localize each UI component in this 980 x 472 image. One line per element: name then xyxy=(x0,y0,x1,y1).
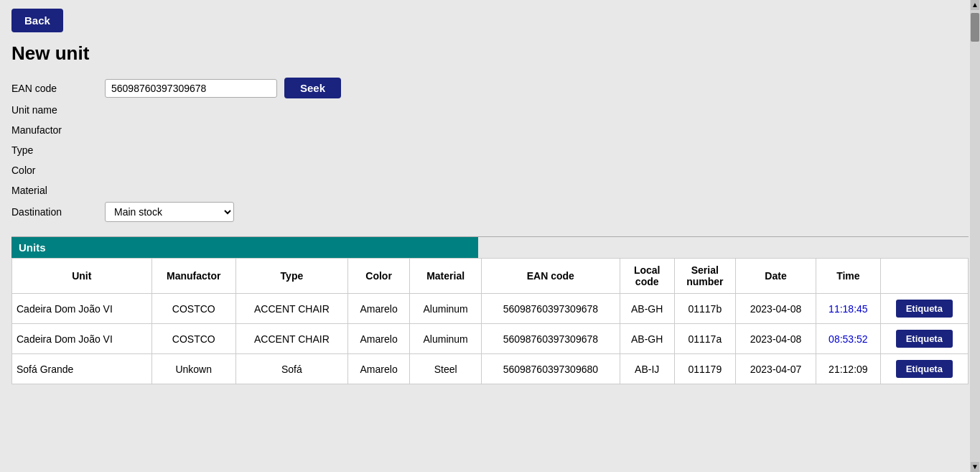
destination-select[interactable]: Main stockSecondary stockWarehouse xyxy=(105,202,234,222)
table-row: Sofá GrandeUnkownSofáAmareloSteel5609876… xyxy=(12,354,969,384)
cell-material: Aluminum xyxy=(410,324,482,354)
table-row: Cadeira Dom João VICOSTCOACCENT CHAIRAma… xyxy=(12,294,969,324)
unit-name-label: Unit name xyxy=(11,104,105,116)
type-row: Type xyxy=(11,142,969,159)
cell-type: ACCENT CHAIR xyxy=(235,324,347,354)
etiqueta-button[interactable]: Etiqueta xyxy=(896,360,953,378)
col-unit: Unit xyxy=(12,259,152,294)
manufactor-label: Manufactor xyxy=(11,124,105,136)
cell-etiqueta: Etiqueta xyxy=(880,324,968,354)
etiqueta-button[interactable]: Etiqueta xyxy=(896,330,953,348)
etiqueta-button[interactable]: Etiqueta xyxy=(896,300,953,318)
material-label: Material xyxy=(11,185,105,196)
col-local-code: Localcode xyxy=(620,259,674,294)
new-unit-form: EAN code Seek Unit name Manufactor Type … xyxy=(11,78,969,222)
type-label: Type xyxy=(11,144,105,156)
cell-unit: Cadeira Dom João VI xyxy=(12,294,152,324)
destination-label: Dastination xyxy=(11,206,105,218)
cell-time: 21:12:09 xyxy=(816,354,880,384)
unit-name-row: Unit name xyxy=(11,101,969,119)
cell-ean-code: 56098760397309678 xyxy=(482,294,620,324)
cell-unit: Cadeira Dom João VI xyxy=(12,324,152,354)
cell-manufactor: COSTCO xyxy=(151,294,235,324)
page-title: New unit xyxy=(11,42,969,65)
scrollbar-thumb[interactable] xyxy=(971,13,979,42)
color-row: Color xyxy=(11,162,969,179)
col-material: Material xyxy=(410,259,482,294)
cell-date: 2023-04-08 xyxy=(735,294,816,324)
material-row: Material xyxy=(11,182,969,199)
cell-time: 11:18:45 xyxy=(816,294,880,324)
cell-date: 2023-04-08 xyxy=(735,324,816,354)
ean-label: EAN code xyxy=(11,83,105,94)
manufactor-row: Manufactor xyxy=(11,121,969,139)
cell-color: Amarelo xyxy=(347,294,409,324)
ean-row: EAN code Seek xyxy=(11,78,969,98)
cell-serial-number: 01117a xyxy=(674,324,735,354)
cell-color: Amarelo xyxy=(347,324,409,354)
cell-time: 08:53:52 xyxy=(816,324,880,354)
col-color: Color xyxy=(347,259,409,294)
col-manufactor: Manufactor xyxy=(151,259,235,294)
cell-local-code: AB-GH xyxy=(620,294,674,324)
cell-etiqueta: Etiqueta xyxy=(880,294,968,324)
destination-row: Dastination Main stockSecondary stockWar… xyxy=(11,202,969,222)
units-table: Unit Manufactor Type Color Material EAN … xyxy=(11,258,969,384)
scrollbar[interactable]: ▲ ▼ xyxy=(970,0,980,472)
cell-local-code: AB-IJ xyxy=(620,354,674,384)
col-date: Date xyxy=(735,259,816,294)
cell-manufactor: COSTCO xyxy=(151,324,235,354)
back-button[interactable]: Back xyxy=(11,9,63,32)
cell-serial-number: 011179 xyxy=(674,354,735,384)
cell-material: Aluminum xyxy=(410,294,482,324)
seek-button[interactable]: Seek xyxy=(284,78,341,98)
col-ean-code: EAN code xyxy=(482,259,620,294)
color-label: Color xyxy=(11,165,105,176)
cell-type: Sofá xyxy=(235,354,347,384)
cell-serial-number: 01117b xyxy=(674,294,735,324)
cell-color: Amarelo xyxy=(347,354,409,384)
cell-ean-code: 56098760397309680 xyxy=(482,354,620,384)
col-type: Type xyxy=(235,259,347,294)
cell-ean-code: 56098760397309678 xyxy=(482,324,620,354)
cell-local-code: AB-GH xyxy=(620,324,674,354)
table-row: Cadeira Dom João VICOSTCOACCENT CHAIRAma… xyxy=(12,324,969,354)
cell-date: 2023-04-07 xyxy=(735,354,816,384)
scrollbar-down-arrow[interactable]: ▼ xyxy=(971,462,979,472)
table-header-row: Unit Manufactor Type Color Material EAN … xyxy=(12,259,969,294)
cell-material: Steel xyxy=(410,354,482,384)
cell-type: ACCENT CHAIR xyxy=(235,294,347,324)
col-serial-number: Serialnumber xyxy=(674,259,735,294)
col-time: Time xyxy=(816,259,880,294)
ean-input[interactable] xyxy=(105,79,277,98)
units-section: Units Unit Manufactor Type Color Materia… xyxy=(11,237,969,384)
units-header: Units xyxy=(11,237,478,258)
col-action xyxy=(880,259,968,294)
cell-unit: Sofá Grande xyxy=(12,354,152,384)
scrollbar-up-arrow[interactable]: ▲ xyxy=(971,0,979,10)
cell-etiqueta: Etiqueta xyxy=(880,354,968,384)
cell-manufactor: Unkown xyxy=(151,354,235,384)
